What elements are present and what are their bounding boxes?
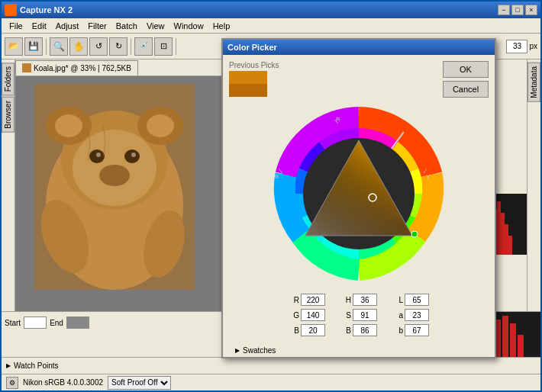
menu-edit[interactable]: Edit (27, 20, 51, 32)
menu-bar: File Edit Adjust Filter Batch View Windo… (2, 18, 540, 34)
a-row: a (392, 308, 429, 322)
watch-points-label: Watch Points (14, 361, 59, 370)
b2-label: b (392, 326, 403, 335)
cancel-button[interactable]: Cancel (443, 81, 489, 98)
brightness-input[interactable] (353, 324, 377, 336)
px-label: px (529, 42, 537, 50)
g-row: G (289, 308, 325, 322)
status-bar: ⚙ Nikon sRGB 4.0.0.3002 Soft Proof Off (2, 374, 540, 390)
svg-rect-31 (510, 323, 516, 357)
color-wheel-svg[interactable]: R Y B (267, 106, 450, 281)
s-input[interactable] (353, 309, 377, 321)
toolbar-zoom-btn[interactable]: 🔍 (50, 37, 68, 56)
s-row: S (340, 308, 377, 322)
left-sidebar: Folders Browser (2, 59, 15, 311)
svg-rect-30 (502, 316, 508, 357)
rgb-column: R G B (289, 293, 325, 337)
svg-point-50 (411, 231, 418, 237)
end-color[interactable] (66, 316, 89, 329)
hsb-column: H S B (340, 293, 377, 337)
sidebar-tab-metadata[interactable]: Metadata (527, 63, 540, 102)
g-label: G (289, 311, 299, 320)
color-profile: Nikon sRGB 4.0.0.3002 (23, 378, 103, 387)
svg-rect-15 (34, 84, 195, 290)
svg-rect-24 (501, 213, 505, 255)
swatch-new[interactable] (229, 71, 267, 84)
toolbar-rotate-btn[interactable]: ↺ (89, 37, 108, 56)
ring-marker-y: Y (426, 173, 431, 180)
koala-image (34, 84, 195, 290)
sidebar-tab-browser[interactable]: Browser (2, 97, 15, 133)
svg-rect-32 (518, 335, 524, 357)
menu-batch[interactable]: Batch (111, 20, 142, 32)
menu-filter[interactable]: Filter (83, 20, 111, 32)
previous-picks-label: Previous Picks (229, 61, 279, 69)
menu-view[interactable]: View (142, 20, 169, 32)
dialog-title: Color Picker (227, 43, 277, 52)
color-picker-dialog: Color Picker Previous Picks OK Cancel (221, 38, 496, 358)
a-label: a (392, 311, 403, 320)
toolbar-sep3 (176, 38, 176, 55)
arrow-watch: ▶ (6, 362, 11, 369)
b-row: B (289, 323, 325, 337)
sidebar-tab-folders[interactable]: Folders (2, 63, 15, 95)
minimize-button[interactable]: − (498, 5, 510, 15)
b-label: B (289, 326, 299, 335)
b2-input[interactable] (405, 324, 429, 336)
lab-column: L a b (392, 293, 429, 337)
dialog-buttons: OK Cancel (443, 61, 489, 98)
maximize-button[interactable]: □ (511, 5, 524, 15)
l-label: L (392, 296, 403, 304)
r-row: R (289, 293, 325, 307)
brightness-label: B (340, 326, 351, 335)
svg-rect-23 (497, 201, 501, 255)
ok-button[interactable]: OK (443, 61, 489, 78)
previous-picks-swatches (229, 71, 279, 97)
toolbar-open-btn[interactable]: 📂 (5, 37, 23, 56)
close-button[interactable]: × (525, 5, 537, 15)
menu-file[interactable]: File (5, 20, 27, 32)
app-title: Capture NX 2 (20, 5, 498, 14)
h-input[interactable] (353, 294, 377, 306)
image-tab-label: Koala.jpg* @ 33% | 762,5KB (34, 64, 131, 72)
image-tab-koala[interactable]: Koala.jpg* @ 33% | 762,5KB (15, 60, 138, 76)
l-input[interactable] (405, 294, 429, 306)
svg-rect-25 (505, 224, 508, 255)
toolbar-hand-btn[interactable]: ✋ (69, 37, 88, 56)
brightness-row: B (340, 323, 377, 337)
s-label: S (340, 311, 351, 320)
menu-window[interactable]: Window (169, 20, 208, 32)
zoom-input[interactable] (506, 40, 527, 53)
toolbar-eyedrop-btn[interactable]: 💉 (134, 37, 153, 56)
swatch-group (229, 71, 267, 97)
b2-row: b (392, 323, 429, 337)
swatches-section: ▶ Swatches (229, 345, 489, 356)
r-input[interactable] (301, 294, 325, 306)
svg-rect-26 (508, 236, 512, 255)
swatch-old[interactable] (229, 84, 267, 97)
dialog-top-row: Previous Picks OK Cancel (229, 61, 489, 98)
app-icon (5, 4, 17, 16)
menu-adjust[interactable]: Adjust (51, 20, 84, 32)
a-input[interactable] (405, 309, 429, 321)
r-label: R (289, 296, 299, 304)
right-sidebar: Metadata (527, 59, 540, 311)
g-input[interactable] (301, 309, 325, 321)
end-label: End (50, 319, 63, 327)
toolbar-rotate2-btn[interactable]: ↻ (109, 37, 127, 56)
toolbar-crop-btn[interactable]: ⊡ (154, 37, 173, 56)
menu-help[interactable]: Help (208, 20, 235, 32)
dialog-title-bar: Color Picker (223, 40, 495, 55)
h-label: H (340, 296, 351, 304)
start-color[interactable] (24, 316, 47, 329)
toolbar-sep1 (46, 38, 47, 55)
ring-marker-b: B (275, 173, 279, 180)
soft-proof-select[interactable]: Soft Proof Off (108, 376, 171, 390)
color-wheel-area: R Y B (229, 102, 489, 285)
toolbar-save-btn[interactable]: 💾 (24, 37, 43, 56)
b-input[interactable] (301, 324, 325, 336)
window-controls: − □ × (498, 5, 537, 15)
dialog-content: Previous Picks OK Cancel (223, 55, 495, 362)
previous-picks-section: Previous Picks (229, 61, 279, 97)
swatches-arrow[interactable]: ▶ (235, 347, 240, 354)
